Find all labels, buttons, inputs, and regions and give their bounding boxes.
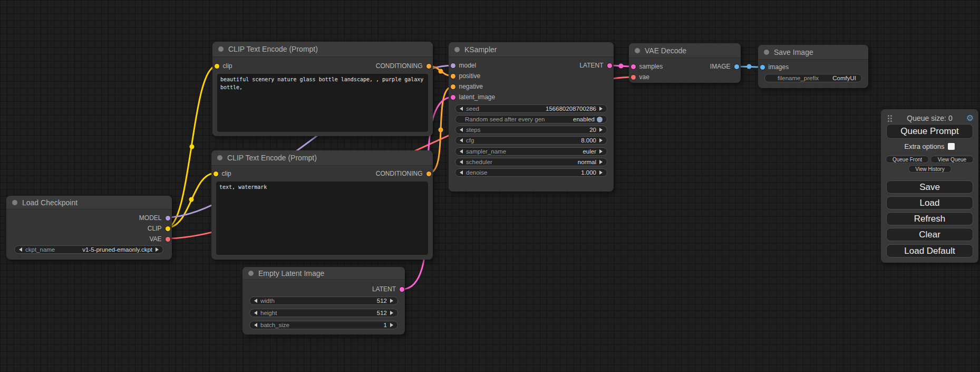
negative-prompt-textarea[interactable]: text, watermark [216, 182, 428, 255]
clip-port-icon[interactable] [214, 171, 218, 176]
conditioning-port-icon[interactable] [451, 84, 455, 89]
latent-port-icon[interactable] [631, 64, 636, 69]
node-empty-latent-image[interactable]: Empty Latent Image LATENT width 512 heig… [242, 267, 405, 335]
decrement-arrow-icon[interactable] [460, 107, 463, 111]
output-vae[interactable]: VAE [149, 235, 170, 243]
increment-arrow-icon[interactable] [599, 149, 603, 154]
increment-arrow-icon[interactable] [390, 299, 393, 303]
input-vae[interactable]: vae [631, 73, 649, 81]
input-latent-image[interactable]: latent_image [451, 93, 496, 101]
widget-random-seed-toggle[interactable]: Random seed after every gen enabled [455, 115, 607, 123]
view-history-button[interactable]: View History [908, 165, 952, 173]
widget-batch-size[interactable]: batch_size 1 [249, 321, 398, 329]
node-clip-text-encode-positive[interactable]: CLIP Text Encode (Prompt) clip CONDITION… [212, 42, 433, 136]
conditioning-port-icon[interactable] [426, 171, 431, 176]
widget-sampler-name[interactable]: sampler_name euler [455, 147, 607, 156]
clip-port-icon[interactable] [215, 64, 219, 69]
output-conditioning[interactable]: CONDITIONING [376, 170, 431, 177]
widget-denoise[interactable]: denoise 1.000 [455, 168, 607, 177]
node-load-checkpoint[interactable]: Load Checkpoint MODEL CLIP VAE ckpt_name… [6, 196, 172, 260]
decrement-arrow-icon[interactable] [460, 128, 463, 132]
link-dot[interactable] [619, 64, 624, 69]
output-image[interactable]: IMAGE [710, 63, 739, 70]
output-latent[interactable]: LATENT [579, 62, 612, 69]
toggle-dot-icon[interactable] [597, 117, 603, 122]
model-port-icon[interactable] [451, 63, 455, 68]
output-conditioning[interactable]: CONDITIONING [376, 62, 431, 70]
decrement-arrow-icon[interactable] [19, 247, 22, 252]
widget-ckpt-name[interactable]: ckpt_name v1-5-pruned-emaonly.ckpt [14, 245, 163, 254]
output-model[interactable]: MODEL [139, 214, 170, 222]
vae-port-icon[interactable] [631, 75, 636, 80]
link-dot[interactable] [747, 64, 752, 69]
link-dot[interactable] [190, 145, 195, 149]
image-port-icon[interactable] [760, 65, 765, 70]
node-vae-decode[interactable]: VAE Decode samples IMAGE vae [629, 43, 741, 83]
model-port-icon[interactable] [166, 216, 170, 221]
clip-port-icon[interactable] [166, 226, 170, 231]
widget-cfg[interactable]: cfg 8.000 [455, 136, 607, 145]
input-positive[interactable]: positive [451, 72, 481, 80]
latent-port-icon[interactable] [451, 95, 455, 100]
increment-arrow-icon[interactable] [599, 170, 603, 175]
input-negative[interactable]: negative [451, 83, 483, 90]
decrement-arrow-icon[interactable] [460, 149, 463, 154]
link-dot[interactable] [189, 197, 194, 202]
view-queue-button[interactable]: View Queue [930, 156, 974, 163]
decrement-arrow-icon[interactable] [460, 160, 463, 164]
decrement-arrow-icon[interactable] [254, 299, 257, 303]
increment-arrow-icon[interactable] [390, 323, 393, 327]
node-title-bar[interactable]: CLIP Text Encode (Prompt) [211, 150, 433, 166]
widget-seed[interactable]: seed 156680208700286 [455, 104, 607, 113]
gear-icon[interactable]: ⚙ [966, 113, 974, 123]
increment-arrow-icon[interactable] [156, 247, 159, 252]
image-port-icon[interactable] [734, 64, 739, 69]
latent-port-icon[interactable] [400, 287, 404, 292]
link-dot[interactable] [439, 69, 443, 74]
vae-port-icon[interactable] [166, 237, 170, 242]
increment-arrow-icon[interactable] [599, 107, 603, 111]
queue-prompt-button[interactable]: Queue Prompt [886, 124, 973, 139]
conditioning-port-icon[interactable] [426, 64, 431, 69]
increment-arrow-icon[interactable] [599, 138, 603, 142]
widget-steps[interactable]: steps 20 [455, 126, 607, 134]
increment-arrow-icon[interactable] [390, 311, 393, 315]
node-save-image[interactable]: Save Image images filename_prefix ComfyU… [758, 45, 868, 88]
node-title-bar[interactable]: KSampler [449, 42, 614, 57]
load-button[interactable]: Load [886, 196, 973, 209]
queue-front-button[interactable]: Queue Front [886, 156, 929, 163]
widget-height[interactable]: height 512 [249, 309, 398, 317]
input-samples[interactable]: samples [631, 63, 663, 70]
input-images[interactable]: images [760, 63, 789, 71]
node-title-bar[interactable]: CLIP Text Encode (Prompt) [212, 42, 433, 57]
link-dot[interactable] [439, 128, 443, 132]
node-ksampler[interactable]: KSampler model LATENT positive negative [449, 42, 614, 192]
output-clip[interactable]: CLIP [148, 225, 170, 232]
decrement-arrow-icon[interactable] [460, 138, 463, 142]
positive-prompt-textarea[interactable]: beautiful scenery nature glass bottle la… [217, 74, 428, 132]
increment-arrow-icon[interactable] [599, 128, 603, 132]
input-clip[interactable]: clip [215, 62, 232, 70]
refresh-button[interactable]: Refresh [886, 212, 973, 225]
widget-width[interactable]: width 512 [249, 297, 398, 305]
node-title-bar[interactable]: Empty Latent Image [242, 267, 405, 280]
extra-options-checkbox[interactable] [948, 143, 955, 150]
widget-filename-prefix[interactable]: filename_prefix ComfyUI [764, 74, 862, 82]
node-title-bar[interactable]: VAE Decode [629, 43, 741, 58]
decrement-arrow-icon[interactable] [254, 323, 257, 327]
clear-button[interactable]: Clear [886, 228, 973, 241]
widget-scheduler[interactable]: scheduler normal [455, 158, 607, 166]
conditioning-port-icon[interactable] [451, 74, 455, 79]
node-title-bar[interactable]: Save Image [758, 45, 868, 60]
node-title-bar[interactable]: Load Checkpoint [6, 196, 172, 209]
output-latent[interactable]: LATENT [372, 285, 404, 293]
input-clip[interactable]: clip [214, 170, 231, 177]
decrement-arrow-icon[interactable] [460, 170, 463, 175]
input-model[interactable]: model [451, 62, 477, 69]
comfyui-canvas[interactable]: { "colors": { "model": "#B39DDB", "clip"… [0, 0, 980, 372]
latent-port-icon[interactable] [607, 63, 612, 68]
node-clip-text-encode-negative[interactable]: CLIP Text Encode (Prompt) clip CONDITION… [211, 150, 433, 260]
save-button[interactable]: Save [886, 180, 973, 194]
load-default-button[interactable]: Load Default [886, 244, 973, 257]
increment-arrow-icon[interactable] [599, 160, 603, 164]
